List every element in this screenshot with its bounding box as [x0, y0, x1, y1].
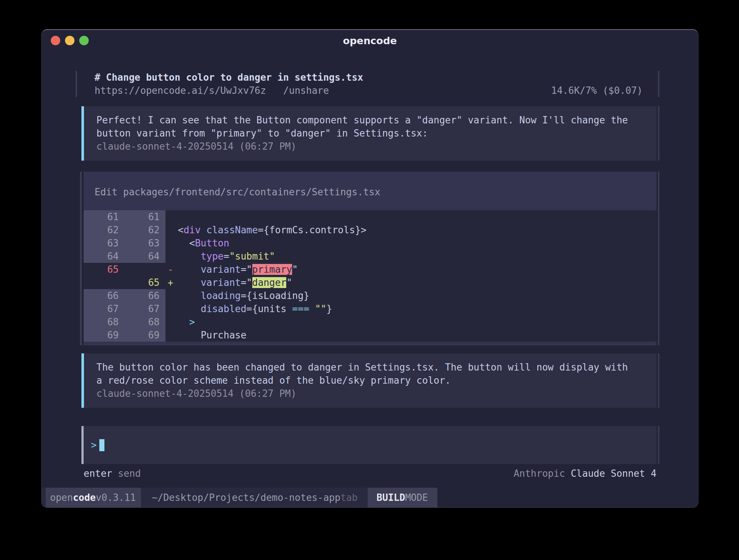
code-token [178, 290, 201, 301]
diff-new-line-number: 62 [125, 223, 165, 237]
share-url-link[interactable]: https://opencode.ai/s/UwJxv76z [95, 84, 266, 97]
code-token: danger [252, 277, 287, 288]
tool-call-title: Edit packages/frontend/src/containers/Se… [84, 185, 656, 199]
diff-marker [165, 289, 178, 302]
unshare-command[interactable]: /unshare [283, 84, 329, 97]
session-subheader: https://opencode.ai/s/UwJxv76z /unshare … [95, 84, 643, 97]
enter-hint: enter send [84, 467, 141, 480]
brand-prefix: open [50, 492, 73, 503]
code-token: div [184, 225, 201, 235]
diff-row: 6969 Purchase [84, 329, 656, 342]
diff-old-line-number: 62 [84, 223, 125, 237]
diff-old-line-number: 69 [84, 329, 125, 342]
diff-code-line: <Button [178, 237, 229, 250]
diff-row: 6363 <Button [84, 237, 656, 250]
tab-key-hint: tab [340, 488, 357, 507]
diff-new-line-number: 69 [125, 329, 165, 342]
app-version: v0.3.11 [96, 492, 136, 503]
code-token: = [241, 290, 246, 301]
chat-content: # Change button color to danger in setti… [42, 51, 698, 507]
code-token: "" [315, 303, 326, 314]
code-token: } [326, 303, 332, 314]
token-cost-stats: 14.6K/7% ($0.07) [551, 84, 643, 97]
code-token: variant [201, 264, 241, 275]
code-token: < [178, 225, 184, 235]
prompt-symbol: > [91, 440, 97, 450]
code-token: Button [195, 238, 229, 249]
enter-key-hint: enter [84, 468, 112, 479]
diff-marker [165, 223, 178, 237]
mode-bold: BUILD [376, 492, 405, 503]
code-token [178, 264, 201, 275]
model-timestamp: claude-sonnet-4-20250514 (06:27 PM) [96, 140, 646, 153]
diff-new-line-number [125, 263, 165, 276]
diff-row: 65+ variant="danger" [84, 276, 656, 289]
code-token: Purchase [201, 330, 246, 341]
message-line: a red/rose color scheme instead of the b… [96, 374, 646, 387]
code-token [201, 225, 207, 235]
code-token: > [361, 225, 367, 235]
mode-chip[interactable]: BUILD MODE [368, 488, 437, 507]
diff-new-line-number: 65 [125, 276, 165, 289]
diff-row: 6464 type="submit" [84, 250, 656, 263]
title-bar: opencode [42, 30, 698, 51]
model-timestamp: claude-sonnet-4-20250514 (06:27 PM) [96, 387, 646, 400]
diff-old-line-number: 66 [84, 289, 125, 302]
code-token: loading [201, 290, 241, 301]
code-token: {formCs.controls} [264, 225, 361, 235]
code-token: disabled [201, 303, 246, 314]
model-name: Claude Sonnet 4 [571, 468, 656, 479]
diff-code-line: > [178, 315, 195, 329]
diff-new-line-number: 64 [125, 250, 165, 263]
code-token: {isLoading} [246, 290, 309, 301]
diff-new-line-number: 67 [125, 302, 165, 315]
diff-old-line-number [84, 276, 125, 289]
model-indicator: Anthropic Claude Sonnet 4 [514, 467, 656, 480]
message-line: The button color has been changed to dan… [96, 361, 646, 374]
diff-code-line: <div className={formCs.controls}> [178, 223, 367, 237]
code-token: > [189, 317, 195, 327]
code-token: " [286, 277, 292, 288]
diff-old-line-number: 64 [84, 250, 125, 263]
hint-row: enter send Anthropic Claude Sonnet 4 [84, 467, 656, 480]
project-path: ~/Desktop/Projects/demo-notes-app [152, 488, 341, 507]
diff-code-line: Purchase [178, 329, 246, 342]
diff-marker [165, 250, 178, 263]
code-token: === [292, 303, 309, 314]
message-line: Perfect! I can see that the Button compo… [96, 114, 646, 127]
session-header: # Change button color to danger in setti… [81, 71, 656, 97]
assistant-message: Perfect! I can see that the Button compo… [81, 106, 656, 161]
code-token: = [258, 225, 264, 235]
diff-marker [165, 329, 178, 342]
code-token [178, 303, 201, 314]
prompt-input[interactable]: > [81, 426, 656, 464]
diff-marker: - [165, 263, 178, 276]
message-line: button variant from "primary" to "danger… [96, 127, 646, 140]
code-token: = [246, 303, 252, 314]
code-token [178, 238, 189, 249]
diff-marker: + [165, 276, 178, 289]
brand-bold: code [73, 492, 96, 503]
app-version-chip: opencode v0.3.11 [46, 488, 141, 507]
code-token: " [292, 264, 298, 275]
code-token: className [206, 225, 258, 235]
diff-code-line: variant="danger" [178, 276, 292, 289]
session-title: # Change button color to danger in setti… [95, 71, 643, 84]
diff-new-line-number: 68 [125, 315, 165, 329]
text-cursor [99, 439, 104, 451]
diff-new-line-number: 61 [125, 210, 165, 223]
code-token [309, 303, 315, 314]
code-token: =" [241, 277, 252, 288]
code-token: =" [241, 264, 252, 275]
code-token [178, 251, 201, 262]
diff-row: 6767 disabled={units === ""} [84, 302, 656, 315]
diff-new-line-number: 63 [125, 237, 165, 250]
diff-marker [165, 210, 178, 223]
diff-code-line: type="submit" [178, 250, 275, 263]
window-title: opencode [42, 35, 698, 46]
send-label: send [118, 468, 141, 479]
code-token: type [201, 251, 224, 262]
diff-old-line-number: 61 [84, 210, 125, 223]
diff-row: 6666 loading={isLoading} [84, 289, 656, 302]
code-token: "submit" [229, 251, 275, 262]
